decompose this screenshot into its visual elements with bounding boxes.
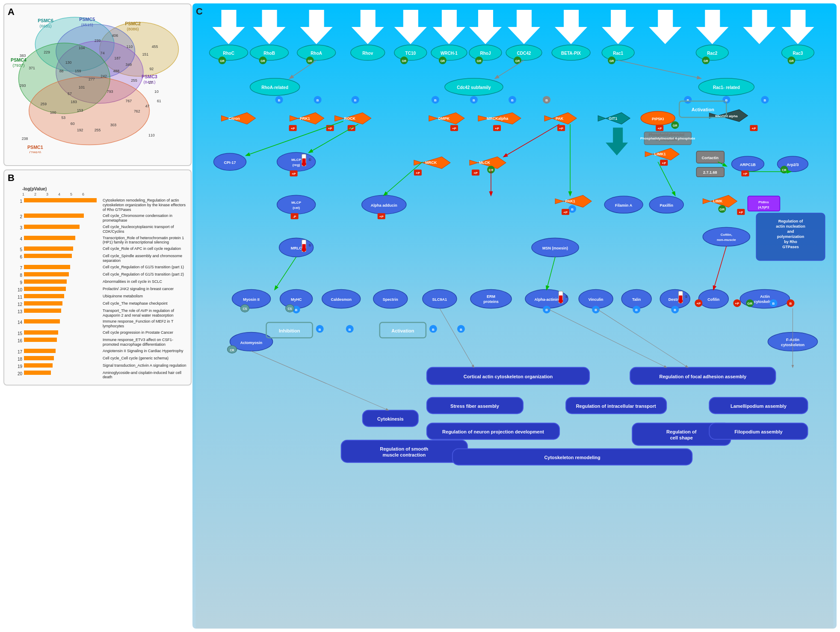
focal-adhesion-label: Regulation of focal adhesion assembly	[660, 374, 747, 379]
svg-text:Rac2: Rac2	[707, 51, 717, 56]
list-item: 20Aminoglycoside-and cisplatin-induced h…	[12, 371, 187, 380]
psmc1-sublabel: (7893)	[29, 150, 41, 153]
list-item: 5Cell cycle_Role of APC in cell cycle re…	[12, 246, 187, 252]
venn-svg: PSMC2 (8086) PSMC6 (6631) PSMC5 (6515) P…	[8, 8, 187, 153]
svg-text:Myosin II: Myosin II	[243, 297, 260, 302]
cortactin-node: Cortactin	[696, 151, 724, 163]
psmc4-label: PSMC4	[11, 57, 27, 62]
svg-text:GR: GR	[673, 124, 677, 127]
erm-node: ERM proteins	[470, 289, 512, 308]
venn-num: 242	[101, 74, 107, 78]
svg-text:B: B	[316, 98, 319, 102]
psmc3-label: PSMC3	[142, 74, 157, 79]
myhc-node: MyHC	[280, 289, 313, 308]
pip5ki-node: PIP5KI	[641, 111, 675, 125]
psmc4-sublabel: (7937)	[12, 63, 24, 68]
svg-text:SLC9A1: SLC9A1	[432, 297, 447, 302]
venn-num: 53	[61, 116, 65, 120]
tick-4: 4	[58, 192, 70, 196]
svg-text:+P: +P	[495, 127, 500, 131]
svg-text:CR: CR	[230, 349, 234, 352]
venn-num: 277	[89, 77, 95, 81]
inhibition-label: Inhibition	[279, 328, 300, 333]
svg-text:+P: +P	[416, 171, 420, 175]
venn-num: 187	[114, 56, 121, 60]
tick-3: 3	[46, 192, 58, 196]
cofilin-nonmuscle-node: Cofilin, non-muscle	[703, 227, 750, 246]
svg-text:RhoB: RhoB	[263, 51, 275, 56]
svg-text:B: B	[434, 98, 437, 102]
271168-node: 2.7.1.68	[696, 167, 724, 177]
list-item: 18Cell cycle_Cell cycle (generic schema)	[12, 356, 187, 362]
neuron-proj-label: Regulation of neuron projection developm…	[442, 429, 544, 434]
venn-num: 130	[65, 60, 72, 65]
svg-text:①: ①	[308, 243, 311, 247]
venn-num: 57	[68, 92, 72, 96]
filopodium-label: Filopodium assembly	[734, 429, 783, 434]
svg-text:B: B	[686, 98, 689, 102]
venn-num: 60	[71, 122, 75, 126]
svg-text:GR: GR	[477, 59, 482, 62]
svg-text:+P: +P	[751, 127, 756, 131]
list-item: 4Transcription_Role of heterochromatin p…	[12, 236, 187, 245]
svg-text:Rac3: Rac3	[793, 51, 803, 56]
msn-node: MSN (moesin)	[532, 238, 579, 257]
svg-text:Cdc42 subfamily: Cdc42 subfamily	[457, 85, 491, 90]
svg-text:+P: +P	[739, 211, 743, 214]
rhoa-node: RhoA	[297, 45, 336, 60]
tc10-node: TC10	[394, 45, 427, 60]
svg-text:DMPK: DMPK	[438, 116, 450, 121]
list-item: 11Ubiquinone metabolism	[12, 294, 187, 300]
venn-num: 767	[126, 99, 132, 103]
rhoj-node: RhoJ	[469, 45, 502, 60]
venn-num: 192	[77, 128, 83, 132]
spectrin-node: Spectrin	[373, 289, 408, 308]
svg-text:MyHC: MyHC	[291, 297, 302, 302]
svg-text:PtdIns: PtdIns	[758, 200, 769, 204]
list-item: 6Cell cycle_Spindle assembly and chromos…	[12, 254, 187, 263]
venn-num: 238	[22, 136, 28, 141]
ptdins-node: PtdIns (4,5)P2	[748, 196, 780, 211]
svg-text:PAK1: PAK1	[565, 199, 575, 203]
panel-a: A PSMC2 (8086) PSMC6 (6631) PSMC5 (	[3, 3, 192, 166]
panel-b: B -log(pValue) 1 2 3 4 5 6 1Cytoskeleton…	[3, 169, 192, 386]
alpha-adducin-node: Alpha adducin	[362, 195, 406, 214]
svg-text:Cofilin: Cofilin	[707, 297, 719, 302]
svg-text:B: B	[460, 328, 462, 332]
svg-text:B: B	[764, 98, 766, 102]
svg-text:(cat): (cat)	[293, 206, 300, 210]
talin-node: Talin	[621, 289, 651, 308]
svg-text:Alpha-actinin: Alpha-actinin	[535, 297, 559, 302]
venn-num: 488	[113, 69, 119, 73]
svg-text:Cortactin: Cortactin	[702, 156, 719, 160]
svg-text:B: B	[772, 302, 775, 306]
venn-num: 27	[148, 80, 153, 85]
list-item: 15Cell cycle progression in Prostate Can…	[12, 330, 187, 336]
venn-num: 101	[79, 85, 85, 89]
rac2-node: Rac2	[696, 45, 728, 60]
cell-shape-label2: cell shape	[670, 435, 693, 440]
svg-text:WRCH-1: WRCH-1	[441, 51, 458, 56]
cdc42-node: CDC42	[506, 45, 542, 60]
venn-num: 110	[127, 45, 133, 49]
list-item: 10Prolactin/ JAK2 signaling in breast ca…	[12, 287, 187, 292]
wrch1-node: WRCH-1	[431, 45, 467, 60]
svg-text:-P: -P	[293, 215, 297, 219]
svg-text:CPI-17: CPI-17	[224, 160, 236, 165]
svg-text:B: B	[278, 98, 281, 102]
svg-text:+P: +P	[563, 211, 568, 214]
svg-text:CS: CS	[243, 307, 247, 310]
psmc2-label: PSMC2	[125, 21, 141, 26]
bar-list: 1Cytoskeleton remodeling_Regulation of a…	[12, 198, 187, 380]
svg-text:+P: +P	[473, 171, 478, 175]
svg-text:+P: +P	[559, 127, 564, 131]
venn-num: 239	[95, 39, 101, 43]
rhov-node: Rhov	[351, 45, 385, 60]
tick-5: 5	[70, 192, 82, 196]
venn-num: 92	[149, 67, 154, 71]
list-item: 14Immune response_Function of MEF2 in T …	[12, 319, 187, 329]
svg-text:RhoJ: RhoJ	[480, 51, 491, 56]
venn-num: 153	[77, 108, 83, 113]
cpi17-node: CPI-17 CPI-17	[214, 153, 246, 170]
venn-num: 10	[154, 89, 159, 94]
